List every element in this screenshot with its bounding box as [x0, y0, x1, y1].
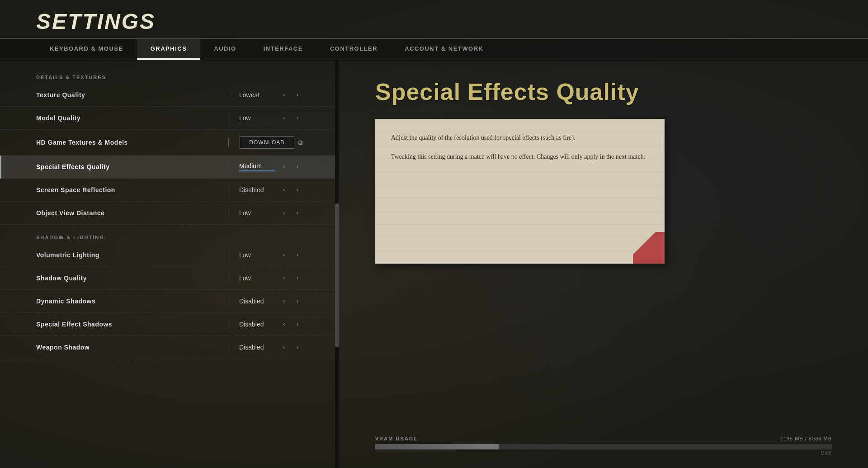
- arrow-right-shadow-quality[interactable]: ›: [292, 273, 302, 283]
- detail-line1: Adjust the quality of the resolution use…: [391, 132, 649, 143]
- setting-row-object-view-distance[interactable]: Object View Distance Low ‹ ›: [0, 202, 339, 225]
- settings-panel: DETAILS & TEXTURES Texture Quality Lowes…: [0, 60, 339, 468]
- section-header-details: DETAILS & TEXTURES: [0, 69, 339, 84]
- setting-value-weapon-shadow: Disabled: [239, 344, 275, 351]
- arrow-left-dynamic-shadows[interactable]: ‹: [279, 296, 289, 306]
- setting-row-special-effect-shadows[interactable]: Special Effect Shadows Disabled ‹ ›: [0, 313, 339, 336]
- setting-value-object-view-distance: Low: [239, 209, 275, 217]
- setting-value-model-quality: Low: [239, 114, 275, 122]
- setting-row-texture-quality[interactable]: Texture Quality Lowest ‹ ›: [0, 84, 339, 107]
- arrow-right-weapon-shadow[interactable]: ›: [292, 342, 302, 352]
- page-title: SETTINGS: [36, 9, 832, 34]
- tab-audio[interactable]: AUDIO: [200, 39, 250, 60]
- setting-label-special-effects-quality: Special Effects Quality: [36, 163, 228, 170]
- arrow-right-dynamic-shadows[interactable]: ›: [292, 296, 302, 306]
- arrow-right-volumetric-lighting[interactable]: ›: [292, 250, 302, 260]
- vram-value: 2195 MB / 8088 MB: [780, 436, 832, 441]
- setting-value-special-effects-quality: Medium: [239, 162, 275, 171]
- vram-max-label: MAX: [375, 451, 832, 456]
- scrollbar-track[interactable]: [335, 60, 339, 468]
- detail-line2: Tweaking this setting during a match wil…: [391, 151, 649, 162]
- detail-panel: Special Effects Quality Adjust the quali…: [339, 60, 868, 468]
- detail-description: Adjust the quality of the resolution use…: [391, 132, 649, 162]
- setting-control-volumetric-lighting: Low ‹ ›: [228, 250, 302, 260]
- arrow-left-weapon-shadow[interactable]: ‹: [279, 342, 289, 352]
- setting-row-screen-space-reflection[interactable]: Screen Space Reflection Disabled ‹ ›: [0, 179, 339, 202]
- setting-label-weapon-shadow: Weapon Shadow: [36, 344, 228, 351]
- setting-row-shadow-quality[interactable]: Shadow Quality Low ‹ ›: [0, 267, 339, 290]
- setting-control-special-effect-shadows: Disabled ‹ ›: [228, 319, 302, 329]
- vram-header: VRAM USAGE 2195 MB / 8088 MB: [375, 436, 832, 441]
- setting-value-special-effect-shadows: Disabled: [239, 321, 275, 328]
- arrow-left-texture-quality[interactable]: ‹: [279, 90, 289, 100]
- setting-control-object-view-distance: Low ‹ ›: [228, 208, 302, 218]
- tab-account[interactable]: ACCOUNT & NETWORK: [391, 39, 497, 60]
- arrow-left-volumetric-lighting[interactable]: ‹: [279, 250, 289, 260]
- setting-control-hd-textures: Download ⧉: [228, 136, 302, 149]
- separator: [228, 185, 228, 194]
- setting-value-texture-quality: Lowest: [239, 91, 275, 99]
- arrow-left-model-quality[interactable]: ‹: [279, 113, 289, 123]
- scrollbar-thumb[interactable]: [335, 203, 339, 347]
- arrow-left-shadow-quality[interactable]: ‹: [279, 273, 289, 283]
- setting-value-volumetric-lighting: Low: [239, 251, 275, 259]
- arrow-right-special-effects-quality[interactable]: ›: [292, 162, 302, 172]
- arrow-left-object-view-distance[interactable]: ‹: [279, 208, 289, 218]
- tab-graphics[interactable]: GRAPHICS: [137, 39, 201, 60]
- corner-triangle: [633, 232, 665, 264]
- setting-control-texture-quality: Lowest ‹ ›: [228, 90, 302, 100]
- arrow-right-screen-space-reflection[interactable]: ›: [292, 185, 302, 195]
- tab-controller[interactable]: CONTROLLER: [316, 39, 391, 60]
- setting-label-volumetric-lighting: Volumetric Lighting: [36, 251, 228, 259]
- setting-label-texture-quality: Texture Quality: [36, 91, 228, 99]
- setting-label-model-quality: Model Quality: [36, 114, 228, 122]
- setting-label-hd-textures: HD Game Textures & Models: [36, 139, 228, 146]
- setting-control-model-quality: Low ‹ ›: [228, 113, 302, 123]
- corner-fold: [633, 232, 665, 264]
- separator: [228, 90, 228, 99]
- setting-row-volumetric-lighting[interactable]: Volumetric Lighting Low ‹ ›: [0, 244, 339, 267]
- detail-title: Special Effects Quality: [375, 78, 832, 105]
- setting-value-dynamic-shadows: Disabled: [239, 298, 275, 305]
- separator: [228, 343, 228, 352]
- arrow-left-screen-space-reflection[interactable]: ‹: [279, 185, 289, 195]
- setting-row-model-quality[interactable]: Model Quality Low ‹ ›: [0, 107, 339, 130]
- setting-row-dynamic-shadows[interactable]: Dynamic Shadows Disabled ‹ ›: [0, 290, 339, 313]
- setting-control-dynamic-shadows: Disabled ‹ ›: [228, 296, 302, 306]
- arrow-right-model-quality[interactable]: ›: [292, 113, 302, 123]
- setting-value-screen-space-reflection: Disabled: [239, 186, 275, 194]
- arrow-left-special-effect-shadows[interactable]: ‹: [279, 319, 289, 329]
- arrow-left-special-effects-quality[interactable]: ‹: [279, 162, 289, 172]
- tab-keyboard[interactable]: KEYBOARD & MOUSE: [36, 39, 137, 60]
- setting-label-dynamic-shadows: Dynamic Shadows: [36, 298, 228, 305]
- setting-control-shadow-quality: Low ‹ ›: [228, 273, 302, 283]
- separator: [228, 113, 228, 123]
- header: SETTINGS: [0, 0, 868, 38]
- separator: [228, 274, 228, 283]
- setting-control-weapon-shadow: Disabled ‹ ›: [228, 342, 302, 352]
- setting-label-screen-space-reflection: Screen Space Reflection: [36, 186, 228, 194]
- setting-row-special-effects-quality[interactable]: Special Effects Quality Medium ‹ ›: [0, 156, 339, 179]
- download-button[interactable]: Download: [240, 136, 294, 149]
- vram-section: VRAM USAGE 2195 MB / 8088 MB MAX: [375, 436, 832, 456]
- external-link-icon[interactable]: ⧉: [298, 139, 302, 147]
- setting-label-shadow-quality: Shadow Quality: [36, 274, 228, 282]
- separator: [228, 208, 228, 217]
- nav-tabs: KEYBOARD & MOUSE GRAPHICS AUDIO INTERFAC…: [0, 38, 868, 60]
- separator: [228, 251, 228, 260]
- setting-row-hd-textures[interactable]: HD Game Textures & Models Download ⧉: [0, 130, 339, 156]
- tab-interface[interactable]: INTERFACE: [250, 39, 316, 60]
- setting-value-shadow-quality: Low: [239, 274, 275, 282]
- detail-card: Adjust the quality of the resolution use…: [375, 119, 665, 264]
- main-layout: DETAILS & TEXTURES Texture Quality Lowes…: [0, 60, 868, 468]
- arrow-right-texture-quality[interactable]: ›: [292, 90, 302, 100]
- arrow-right-special-effect-shadows[interactable]: ›: [292, 319, 302, 329]
- setting-row-weapon-shadow[interactable]: Weapon Shadow Disabled ‹ ›: [0, 336, 339, 359]
- section-header-shadow: SHADOW & LIGHTING: [0, 229, 339, 244]
- separator: [228, 162, 228, 171]
- arrow-right-object-view-distance[interactable]: ›: [292, 208, 302, 218]
- setting-control-special-effects-quality: Medium ‹ ›: [228, 162, 302, 172]
- separator: [228, 320, 228, 329]
- vram-label: VRAM USAGE: [375, 436, 418, 441]
- vram-bar-fill: [375, 444, 499, 449]
